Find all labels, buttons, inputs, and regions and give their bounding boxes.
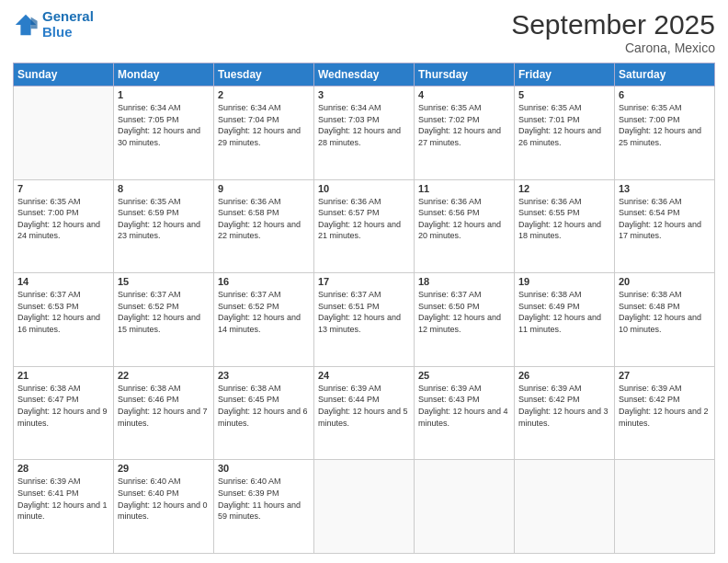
cell-info: Sunrise: 6:35 AMSunset: 7:02 PMDaylight:… — [418, 102, 510, 148]
day-number: 18 — [418, 276, 510, 287]
logo-text: General Blue — [42, 9, 94, 40]
table-row: 5Sunrise: 6:35 AMSunset: 7:01 PMDaylight… — [515, 86, 615, 180]
cell-info: Sunrise: 6:40 AMSunset: 6:39 PMDaylight:… — [218, 476, 310, 522]
cell-info: Sunrise: 6:34 AMSunset: 7:03 PMDaylight:… — [318, 102, 410, 148]
day-number: 17 — [318, 276, 410, 287]
cell-info: Sunrise: 6:36 AMSunset: 6:56 PMDaylight:… — [418, 196, 510, 242]
table-row: 29Sunrise: 6:40 AMSunset: 6:40 PMDayligh… — [114, 460, 214, 554]
day-number: 8 — [118, 183, 210, 194]
table-row: 11Sunrise: 6:36 AMSunset: 6:56 PMDayligh… — [415, 179, 515, 273]
table-row — [314, 460, 415, 554]
day-number: 15 — [118, 276, 210, 287]
header: General Blue September 2025 Carona, Mexi… — [13, 9, 715, 55]
table-row: 13Sunrise: 6:36 AMSunset: 6:54 PMDayligh… — [615, 179, 715, 273]
table-row — [515, 460, 615, 554]
cell-info: Sunrise: 6:38 AMSunset: 6:48 PMDaylight:… — [619, 289, 711, 335]
day-number: 1 — [118, 89, 210, 100]
day-number: 22 — [118, 370, 210, 381]
table-row: 9Sunrise: 6:36 AMSunset: 6:58 PMDaylight… — [214, 179, 314, 273]
day-number: 24 — [318, 370, 410, 381]
col-saturday: Saturday — [615, 63, 715, 86]
day-number: 29 — [118, 463, 210, 474]
cell-info: Sunrise: 6:37 AMSunset: 6:52 PMDaylight:… — [118, 289, 210, 335]
cell-info: Sunrise: 6:38 AMSunset: 6:47 PMDaylight:… — [17, 383, 109, 429]
table-row: 10Sunrise: 6:36 AMSunset: 6:57 PMDayligh… — [314, 179, 415, 273]
cell-info: Sunrise: 6:35 AMSunset: 7:00 PMDaylight:… — [17, 196, 109, 242]
day-number: 2 — [218, 89, 310, 100]
table-row — [615, 460, 715, 554]
svg-marker-1 — [31, 17, 38, 29]
table-row: 19Sunrise: 6:38 AMSunset: 6:49 PMDayligh… — [515, 273, 615, 367]
cell-info: Sunrise: 6:34 AMSunset: 7:05 PMDaylight:… — [118, 102, 210, 148]
table-row: 3Sunrise: 6:34 AMSunset: 7:03 PMDaylight… — [314, 86, 415, 180]
table-row: 20Sunrise: 6:38 AMSunset: 6:48 PMDayligh… — [615, 273, 715, 367]
day-number: 21 — [17, 370, 109, 381]
day-number: 25 — [418, 370, 510, 381]
table-row: 25Sunrise: 6:39 AMSunset: 6:43 PMDayligh… — [415, 366, 515, 460]
cell-info: Sunrise: 6:37 AMSunset: 6:52 PMDaylight:… — [218, 289, 310, 335]
cell-info: Sunrise: 6:35 AMSunset: 6:59 PMDaylight:… — [118, 196, 210, 242]
table-row: 1Sunrise: 6:34 AMSunset: 7:05 PMDaylight… — [114, 86, 214, 180]
cell-info: Sunrise: 6:37 AMSunset: 6:51 PMDaylight:… — [318, 289, 410, 335]
title-block: September 2025 Carona, Mexico — [511, 9, 715, 55]
table-row: 21Sunrise: 6:38 AMSunset: 6:47 PMDayligh… — [14, 366, 114, 460]
table-row: 27Sunrise: 6:39 AMSunset: 6:42 PMDayligh… — [615, 366, 715, 460]
header-row: Sunday Monday Tuesday Wednesday Thursday… — [14, 63, 715, 86]
logo-general: General — [42, 8, 94, 24]
cell-info: Sunrise: 6:39 AMSunset: 6:42 PMDaylight:… — [518, 383, 610, 429]
col-sunday: Sunday — [14, 63, 114, 86]
day-number: 16 — [218, 276, 310, 287]
col-wednesday: Wednesday — [314, 63, 415, 86]
table-row: 18Sunrise: 6:37 AMSunset: 6:50 PMDayligh… — [415, 273, 515, 367]
day-number: 7 — [17, 183, 109, 194]
table-row: 30Sunrise: 6:40 AMSunset: 6:39 PMDayligh… — [214, 460, 314, 554]
day-number: 20 — [619, 276, 711, 287]
logo-icon — [13, 12, 39, 38]
day-number: 28 — [17, 463, 109, 474]
day-number: 9 — [218, 183, 310, 194]
table-row: 26Sunrise: 6:39 AMSunset: 6:42 PMDayligh… — [515, 366, 615, 460]
calendar-table: Sunday Monday Tuesday Wednesday Thursday… — [13, 63, 715, 554]
day-number: 26 — [518, 370, 610, 381]
table-row: 17Sunrise: 6:37 AMSunset: 6:51 PMDayligh… — [314, 273, 415, 367]
table-row: 2Sunrise: 6:34 AMSunset: 7:04 PMDaylight… — [214, 86, 314, 180]
day-number: 6 — [619, 89, 711, 100]
day-number: 30 — [218, 463, 310, 474]
day-number: 12 — [518, 183, 610, 194]
col-tuesday: Tuesday — [214, 63, 314, 86]
day-number: 14 — [17, 276, 109, 287]
cell-info: Sunrise: 6:35 AMSunset: 7:01 PMDaylight:… — [518, 102, 610, 148]
cell-info: Sunrise: 6:39 AMSunset: 6:42 PMDaylight:… — [619, 383, 711, 429]
cell-info: Sunrise: 6:36 AMSunset: 6:54 PMDaylight:… — [619, 196, 711, 242]
cell-info: Sunrise: 6:40 AMSunset: 6:40 PMDaylight:… — [118, 476, 210, 522]
table-row: 7Sunrise: 6:35 AMSunset: 7:00 PMDaylight… — [14, 179, 114, 273]
cell-info: Sunrise: 6:38 AMSunset: 6:46 PMDaylight:… — [118, 383, 210, 429]
day-number: 19 — [518, 276, 610, 287]
table-row — [415, 460, 515, 554]
col-thursday: Thursday — [415, 63, 515, 86]
cell-info: Sunrise: 6:35 AMSunset: 7:00 PMDaylight:… — [619, 102, 711, 148]
page: General Blue September 2025 Carona, Mexi… — [0, 0, 728, 563]
table-row — [14, 86, 114, 180]
cell-info: Sunrise: 6:38 AMSunset: 6:49 PMDaylight:… — [518, 289, 610, 335]
table-row: 15Sunrise: 6:37 AMSunset: 6:52 PMDayligh… — [114, 273, 214, 367]
col-friday: Friday — [515, 63, 615, 86]
month-title: September 2025 — [511, 9, 715, 40]
day-number: 13 — [619, 183, 711, 194]
table-row: 23Sunrise: 6:38 AMSunset: 6:45 PMDayligh… — [214, 366, 314, 460]
table-row: 14Sunrise: 6:37 AMSunset: 6:53 PMDayligh… — [14, 273, 114, 367]
cell-info: Sunrise: 6:38 AMSunset: 6:45 PMDaylight:… — [218, 383, 310, 429]
table-row: 28Sunrise: 6:39 AMSunset: 6:41 PMDayligh… — [14, 460, 114, 554]
table-row: 22Sunrise: 6:38 AMSunset: 6:46 PMDayligh… — [114, 366, 214, 460]
col-monday: Monday — [114, 63, 214, 86]
day-number: 3 — [318, 89, 410, 100]
table-row: 16Sunrise: 6:37 AMSunset: 6:52 PMDayligh… — [214, 273, 314, 367]
table-row: 4Sunrise: 6:35 AMSunset: 7:02 PMDaylight… — [415, 86, 515, 180]
logo: General Blue — [13, 9, 94, 40]
day-number: 10 — [318, 183, 410, 194]
cell-info: Sunrise: 6:36 AMSunset: 6:58 PMDaylight:… — [218, 196, 310, 242]
day-number: 11 — [418, 183, 510, 194]
table-row: 8Sunrise: 6:35 AMSunset: 6:59 PMDaylight… — [114, 179, 214, 273]
cell-info: Sunrise: 6:39 AMSunset: 6:43 PMDaylight:… — [418, 383, 510, 429]
cell-info: Sunrise: 6:36 AMSunset: 6:55 PMDaylight:… — [518, 196, 610, 242]
